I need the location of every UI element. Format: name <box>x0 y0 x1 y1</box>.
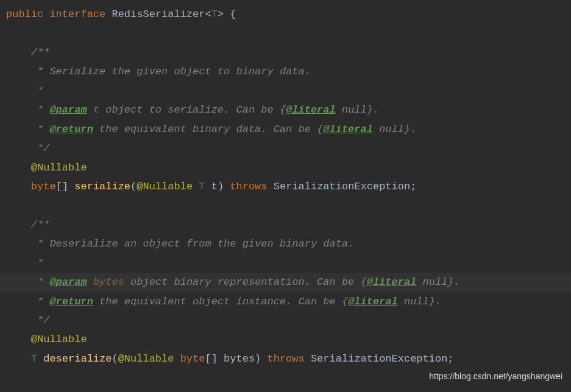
token-type-param: T <box>31 353 37 365</box>
code-line[interactable]: */ <box>0 139 571 158</box>
code-line[interactable]: T deserialize(@Nullable byte[] bytes) th… <box>0 349 571 368</box>
token-punct <box>6 104 31 116</box>
token-comment: object to serialize. Can be { <box>99 104 286 116</box>
token-comment: * <box>31 124 50 135</box>
token-class-name: > { <box>218 9 236 20</box>
token-comment: * <box>31 85 43 97</box>
token-comment: null}. <box>416 276 459 288</box>
token-keyword: public <box>6 9 43 20</box>
code-line[interactable] <box>0 196 571 215</box>
token-punct <box>6 276 31 288</box>
token-doc-tag: @lit <box>367 276 392 288</box>
token-punct <box>6 200 12 211</box>
token-annotation: @Nullable <box>31 334 87 345</box>
token-annotation: @Nullable <box>31 162 87 173</box>
token-comment: * <box>31 104 50 116</box>
token-punct <box>193 181 199 192</box>
code-line[interactable]: * @param t object to serialize. Can be {… <box>0 100 571 119</box>
token-comment <box>87 276 93 288</box>
token-comment: the equivalent object instance. Can be { <box>93 296 348 307</box>
token-annotation: @Nullable <box>137 181 193 192</box>
token-comment: * <box>31 276 50 288</box>
code-line[interactable]: byte[] serialize(@Nullable T t) throws S… <box>0 177 571 196</box>
token-doc-param-name: t <box>93 104 99 116</box>
token-punct: [] bytes) <box>205 353 267 365</box>
token-punct <box>6 162 31 173</box>
token-comment <box>87 104 93 116</box>
token-punct <box>6 142 31 154</box>
token-comment: * <box>31 257 43 269</box>
token-doc-tag: eral <box>392 276 417 288</box>
token-punct <box>6 66 31 77</box>
code-line[interactable] <box>0 24 571 43</box>
token-punct <box>6 353 31 365</box>
token-comment: * <box>31 296 50 307</box>
token-keyword: byte <box>180 353 205 365</box>
token-comment: object binary representation. Can be { <box>124 276 367 288</box>
token-doc-tag: @param <box>49 104 87 116</box>
token-punct <box>6 334 31 345</box>
token-comment: null}. <box>398 296 441 307</box>
token-punct <box>105 9 112 20</box>
token-method-name: serialize <box>74 181 130 192</box>
code-line[interactable]: * @return the equivalent binary data. Ca… <box>0 120 571 139</box>
token-type-param: T <box>211 9 218 20</box>
code-editor[interactable]: public interface RedisSerializer<T> { /*… <box>0 5 571 368</box>
token-punct <box>6 47 31 58</box>
token-comment: /** <box>31 47 50 58</box>
token-comment: * Deserialize an object from the given b… <box>31 238 355 250</box>
token-punct <box>6 85 31 97</box>
token-comment: null}. <box>336 104 379 116</box>
code-line[interactable]: * @return the equivalent object instance… <box>0 292 571 311</box>
token-comment: /** <box>31 219 50 231</box>
token-method-name: deserialize <box>43 353 112 365</box>
token-doc-tag: @literal <box>286 104 336 116</box>
token-doc-tag: @literal <box>348 296 398 307</box>
token-punct: SerializationException; <box>305 353 454 365</box>
token-keyword: byte <box>31 181 56 192</box>
token-punct <box>6 296 31 307</box>
token-type-param: T <box>199 181 205 192</box>
code-line[interactable]: /** <box>0 43 571 62</box>
token-keyword: throws <box>268 353 305 365</box>
code-line[interactable]: * <box>0 82 571 100</box>
token-punct <box>6 257 31 269</box>
token-punct: t) <box>205 181 230 192</box>
token-annotation: @Nullable <box>118 353 174 365</box>
token-comment: * Serialize the given object to binary d… <box>31 66 311 77</box>
token-punct <box>6 181 31 192</box>
token-doc-tag: @param <box>49 276 87 288</box>
token-punct: SerializationException; <box>268 181 417 192</box>
code-line[interactable]: */ <box>0 311 571 330</box>
code-line[interactable]: public interface RedisSerializer<T> { <box>0 5 571 24</box>
token-punct: ( <box>130 181 137 192</box>
token-punct <box>6 219 31 231</box>
token-doc-tag: @return <box>49 124 93 135</box>
token-punct <box>6 238 31 250</box>
token-doc-tag: @literal <box>323 124 373 135</box>
code-line[interactable]: * Serialize the given object to binary d… <box>0 62 571 81</box>
token-keyword: interface <box>49 9 105 20</box>
code-line[interactable]: * <box>0 254 571 273</box>
token-comment: the equivalent binary data. Can be { <box>93 124 323 135</box>
token-punct: [] <box>56 181 75 192</box>
token-comment: */ <box>31 142 50 154</box>
token-punct <box>174 353 180 365</box>
token-doc-param-name: bytes <box>93 276 124 288</box>
token-punct <box>37 353 43 365</box>
code-line[interactable]: @Nullable <box>0 330 571 349</box>
token-punct <box>6 124 31 135</box>
code-line[interactable]: * @param bytes object binary representat… <box>0 273 571 292</box>
token-comment: */ <box>31 315 50 326</box>
code-line[interactable]: @Nullable <box>0 158 571 177</box>
token-keyword: throws <box>230 181 267 192</box>
code-line[interactable]: /** <box>0 215 571 234</box>
token-doc-tag: @return <box>49 296 93 307</box>
token-punct: ( <box>112 353 118 365</box>
watermark-text: https://blog.csdn.net/yangshangwei <box>429 369 562 385</box>
token-punct <box>6 315 31 326</box>
token-punct <box>6 27 12 39</box>
token-class-name: RedisSerializer< <box>112 9 211 20</box>
code-line[interactable]: * Deserialize an object from the given b… <box>0 234 571 253</box>
token-punct <box>43 9 49 20</box>
